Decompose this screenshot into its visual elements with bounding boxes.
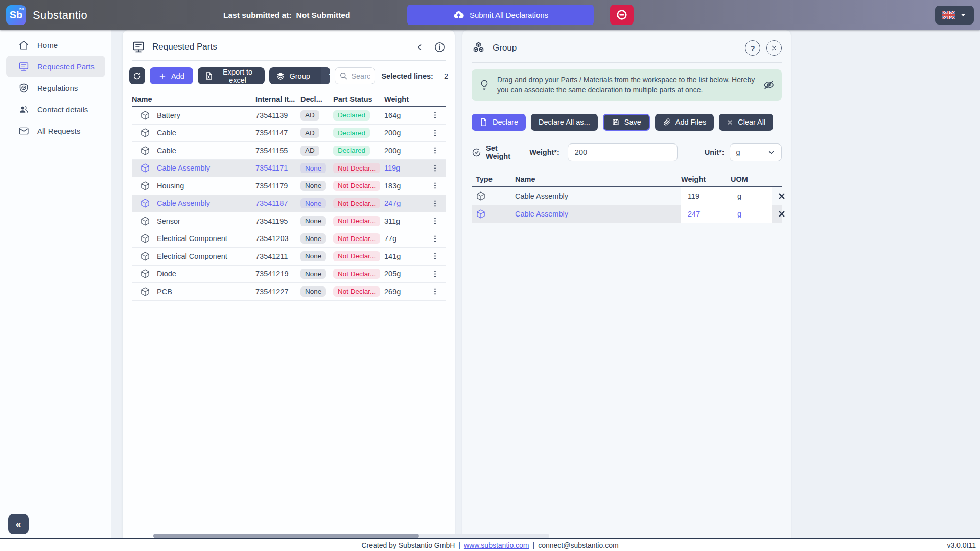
row-menu-button[interactable] — [431, 217, 439, 225]
status-badge: Not Declar... — [333, 181, 380, 191]
app-version: v3.0.0t11 — [947, 541, 976, 549]
panel-title: Group — [493, 43, 517, 53]
group-panel: Group ? Drag and drop your Parts / Mater… — [462, 30, 791, 538]
parts-table: Name Internal It... Decl... Part Status … — [132, 92, 446, 301]
uom-cell[interactable]: g — [731, 205, 772, 223]
last-submitted-label: Last submitted at: — [223, 11, 291, 20]
sidebar-item-requested-parts[interactable]: Requested Parts — [6, 56, 105, 77]
part-weight: 77g — [384, 234, 424, 243]
chevron-down-icon — [767, 149, 775, 156]
table-row[interactable]: Cable 73541155 AD Declared 200g — [132, 142, 446, 160]
cube-icon — [140, 128, 150, 138]
weight-input[interactable] — [568, 143, 678, 161]
part-name: Sensor — [157, 217, 180, 225]
group-table-row-selected[interactable]: Cable Assembly 247 g — [472, 205, 782, 223]
add-button[interactable]: Add — [150, 67, 193, 84]
declaration-badge: None — [300, 163, 326, 173]
export-label: Export to excel — [218, 68, 258, 84]
close-panel-button[interactable] — [766, 40, 782, 56]
sidebar-item-regulations[interactable]: Regulations — [6, 77, 105, 99]
weight-cell[interactable]: 247 — [681, 205, 731, 223]
kebab-icon — [431, 199, 439, 208]
clear-all-button[interactable]: Clear All — [719, 114, 773, 131]
status-badge: Not Declar... — [333, 286, 380, 297]
footer-website-link[interactable]: www.substantio.com — [464, 541, 529, 549]
refresh-button[interactable] — [129, 67, 145, 84]
declaration-badge: None — [300, 233, 326, 244]
row-menu-button[interactable] — [431, 287, 439, 296]
home-icon — [18, 40, 29, 51]
sidebar-collapse-button[interactable]: « — [8, 514, 29, 534]
group-actions: Declare Declare All as... Save Add Files… — [472, 114, 782, 131]
search-box[interactable] — [335, 67, 375, 84]
unit-select[interactable]: g — [730, 143, 782, 161]
kebab-icon — [431, 234, 439, 243]
group-table-header: Type Name Weight UOM — [472, 173, 782, 187]
table-row[interactable]: Diode 73541219 None Not Declar... 205g — [132, 266, 446, 283]
add-files-label: Add Files — [675, 118, 706, 126]
row-menu-button[interactable] — [431, 199, 439, 208]
declaration-badge: None — [300, 216, 326, 226]
users-icon — [18, 104, 29, 115]
group-table-row[interactable]: Cable Assembly 119 g — [472, 187, 782, 205]
search-input[interactable] — [351, 72, 370, 80]
save-icon — [612, 118, 620, 126]
column-type: Type — [472, 175, 515, 183]
clear-all-label: Clear All — [738, 118, 765, 126]
hide-info-button[interactable] — [763, 79, 775, 91]
kebab-icon — [431, 146, 439, 155]
export-to-excel-button[interactable]: Export to excel — [198, 67, 265, 84]
group-button[interactable]: Group ? — [269, 67, 331, 84]
row-menu-button[interactable] — [431, 164, 439, 173]
app-logo: Sb 51 — [6, 5, 26, 25]
declare-button[interactable]: Declare — [472, 114, 526, 131]
row-menu-button[interactable] — [431, 270, 439, 278]
table-row[interactable]: PCB 73541227 None Not Declar... 269g — [132, 283, 446, 301]
add-label: Add — [171, 72, 184, 80]
weight-cell[interactable]: 119 — [681, 187, 731, 205]
group-help-button[interactable]: ? — [745, 40, 760, 56]
remove-row-button[interactable] — [778, 192, 786, 200]
add-files-button[interactable]: Add Files — [655, 114, 714, 131]
declare-all-label: Declare All as... — [539, 118, 590, 126]
monitor-icon — [132, 40, 145, 54]
collapse-panel-button[interactable] — [415, 42, 425, 52]
declare-all-as-button[interactable]: Declare All as... — [531, 114, 598, 131]
language-selector[interactable] — [935, 6, 974, 25]
set-weight-toggle[interactable]: Set Weight — [472, 144, 518, 160]
table-row[interactable]: Electrical Component 73541211 None Not D… — [132, 248, 446, 266]
row-menu-button[interactable] — [431, 181, 439, 190]
row-menu-button[interactable] — [431, 111, 439, 119]
internal-item-number: 73541211 — [255, 252, 300, 260]
panel-info-button[interactable] — [434, 41, 446, 53]
row-menu-button[interactable] — [431, 252, 439, 260]
row-menu-button[interactable] — [431, 234, 439, 243]
part-weight: 247g — [384, 199, 424, 207]
group-panel-header: Group ? — [462, 30, 791, 62]
table-row[interactable]: Electrical Component 73541203 None Not D… — [132, 230, 446, 248]
row-menu-button[interactable] — [431, 129, 439, 137]
remove-row-button[interactable] — [778, 210, 786, 218]
save-button[interactable]: Save — [603, 114, 650, 131]
stop-button[interactable] — [610, 5, 634, 25]
uom-cell[interactable]: g — [731, 187, 772, 205]
table-row[interactable]: Sensor 73541195 None Not Declar... 311g — [132, 212, 446, 230]
panel-title: Requested Parts — [152, 42, 217, 52]
sidebar-item-home[interactable]: Home — [6, 34, 105, 56]
set-weight-row: Set Weight Weight*: Unit*: g — [472, 143, 782, 161]
scrollbar-thumb[interactable] — [153, 534, 419, 538]
row-menu-button[interactable] — [431, 146, 439, 155]
selected-lines-value: 2 — [444, 72, 448, 80]
group-segment[interactable]: Group — [269, 67, 317, 84]
document-icon — [479, 118, 488, 127]
table-row-selected[interactable]: Cable Assembly 73541187 None Not Declar.… — [132, 195, 446, 213]
table-row[interactable]: Battery 73541139 AD Declared 164g — [132, 107, 446, 125]
cube-icon — [476, 209, 486, 219]
group-help-button[interactable]: ? — [321, 67, 331, 84]
submit-all-declarations-button[interactable]: Submit All Declarations — [407, 5, 594, 25]
table-row[interactable]: Housing 73541179 None Not Declar... 183g — [132, 177, 446, 195]
sidebar-item-contact-details[interactable]: Contact details — [6, 99, 105, 120]
table-row-selected[interactable]: Cable Assembly 73541171 None Not Declar.… — [132, 160, 446, 178]
sidebar-item-all-requests[interactable]: All Requests — [6, 120, 105, 141]
table-row[interactable]: Cable 73541147 AD Declared 200g — [132, 125, 446, 142]
